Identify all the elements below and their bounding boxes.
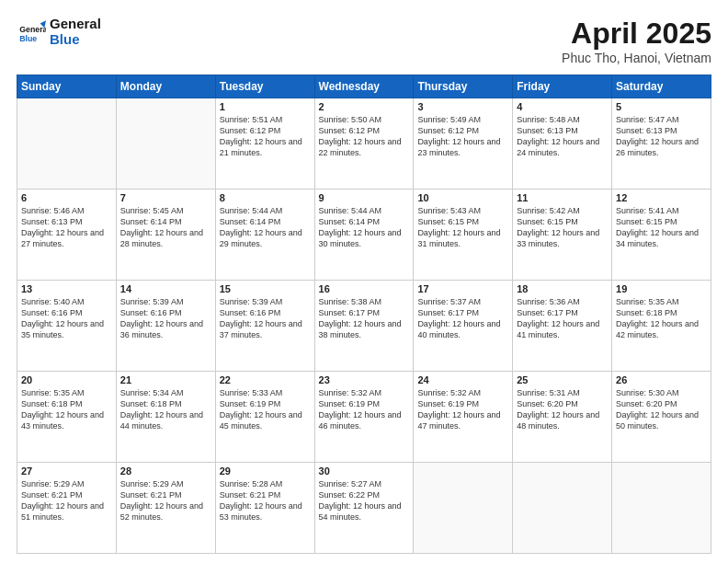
day-info: Sunrise: 5:45 AM Sunset: 6:14 PM Dayligh… xyxy=(120,205,211,250)
day-info: Sunrise: 5:31 AM Sunset: 6:20 PM Dayligh… xyxy=(517,387,608,432)
day-number: 8 xyxy=(220,192,311,203)
calendar-week-row: 1Sunrise: 5:51 AM Sunset: 6:12 PM Daylig… xyxy=(17,98,711,190)
day-info: Sunrise: 5:34 AM Sunset: 6:18 PM Dayligh… xyxy=(120,387,211,432)
day-number: 13 xyxy=(21,283,112,294)
weekday-header-monday: Monday xyxy=(116,75,215,98)
day-info: Sunrise: 5:35 AM Sunset: 6:18 PM Dayligh… xyxy=(21,387,112,432)
day-number: 2 xyxy=(319,101,410,112)
calendar-week-row: 6Sunrise: 5:46 AM Sunset: 6:13 PM Daylig… xyxy=(17,190,711,281)
day-info: Sunrise: 5:30 AM Sunset: 6:20 PM Dayligh… xyxy=(616,387,707,432)
day-number: 10 xyxy=(417,192,508,203)
day-number: 23 xyxy=(319,374,410,385)
day-number: 16 xyxy=(319,283,410,294)
weekday-header-tuesday: Tuesday xyxy=(215,75,314,98)
weekday-header-row: SundayMondayTuesdayWednesdayThursdayFrid… xyxy=(17,75,711,98)
day-number: 30 xyxy=(319,465,410,477)
day-info: Sunrise: 5:41 AM Sunset: 6:15 PM Dayligh… xyxy=(616,205,707,250)
calendar-cell: 6Sunrise: 5:46 AM Sunset: 6:13 PM Daylig… xyxy=(17,190,117,281)
calendar-cell: 24Sunrise: 5:32 AM Sunset: 6:19 PM Dayli… xyxy=(414,372,513,463)
logo: General Blue General Blue xyxy=(17,17,101,47)
calendar-cell: 27Sunrise: 5:29 AM Sunset: 6:21 PM Dayli… xyxy=(17,463,117,554)
day-info: Sunrise: 5:38 AM Sunset: 6:17 PM Dayligh… xyxy=(319,296,410,341)
day-info: Sunrise: 5:27 AM Sunset: 6:22 PM Dayligh… xyxy=(319,478,410,523)
day-number: 7 xyxy=(120,192,211,203)
day-info: Sunrise: 5:46 AM Sunset: 6:13 PM Dayligh… xyxy=(21,205,112,250)
calendar-cell: 15Sunrise: 5:39 AM Sunset: 6:16 PM Dayli… xyxy=(215,281,314,372)
calendar-cell: 26Sunrise: 5:30 AM Sunset: 6:20 PM Dayli… xyxy=(612,372,711,463)
day-info: Sunrise: 5:43 AM Sunset: 6:15 PM Dayligh… xyxy=(417,205,508,250)
day-info: Sunrise: 5:29 AM Sunset: 6:21 PM Dayligh… xyxy=(21,478,112,523)
calendar-week-row: 20Sunrise: 5:35 AM Sunset: 6:18 PM Dayli… xyxy=(17,372,711,463)
day-info: Sunrise: 5:44 AM Sunset: 6:14 PM Dayligh… xyxy=(319,205,410,250)
day-number: 26 xyxy=(616,374,707,385)
day-info: Sunrise: 5:42 AM Sunset: 6:15 PM Dayligh… xyxy=(517,205,608,250)
calendar-cell: 1Sunrise: 5:51 AM Sunset: 6:12 PM Daylig… xyxy=(215,98,314,190)
logo-icon: General Blue xyxy=(17,17,46,47)
day-info: Sunrise: 5:29 AM Sunset: 6:21 PM Dayligh… xyxy=(120,478,211,523)
header: General Blue General Blue April 2025 Phu… xyxy=(17,17,711,65)
calendar-cell xyxy=(414,463,513,554)
calendar-cell: 9Sunrise: 5:44 AM Sunset: 6:14 PM Daylig… xyxy=(314,190,414,281)
day-info: Sunrise: 5:40 AM Sunset: 6:16 PM Dayligh… xyxy=(21,296,112,341)
page: General Blue General Blue April 2025 Phu… xyxy=(0,0,728,563)
day-number: 1 xyxy=(220,101,311,112)
day-info: Sunrise: 5:48 AM Sunset: 6:13 PM Dayligh… xyxy=(517,114,608,159)
day-info: Sunrise: 5:35 AM Sunset: 6:18 PM Dayligh… xyxy=(616,296,707,341)
calendar-cell: 21Sunrise: 5:34 AM Sunset: 6:18 PM Dayli… xyxy=(116,372,215,463)
weekday-header-saturday: Saturday xyxy=(612,75,711,98)
month-title: April 2025 xyxy=(562,17,711,51)
calendar-cell: 30Sunrise: 5:27 AM Sunset: 6:22 PM Dayli… xyxy=(314,463,414,554)
day-info: Sunrise: 5:51 AM Sunset: 6:12 PM Dayligh… xyxy=(220,114,311,159)
calendar-cell xyxy=(513,463,612,554)
day-info: Sunrise: 5:47 AM Sunset: 6:13 PM Dayligh… xyxy=(616,114,707,159)
calendar-cell: 22Sunrise: 5:33 AM Sunset: 6:19 PM Dayli… xyxy=(215,372,314,463)
day-number: 22 xyxy=(220,374,311,385)
calendar-cell xyxy=(116,98,215,190)
calendar-cell: 25Sunrise: 5:31 AM Sunset: 6:20 PM Dayli… xyxy=(513,372,612,463)
calendar-cell: 11Sunrise: 5:42 AM Sunset: 6:15 PM Dayli… xyxy=(513,190,612,281)
day-number: 12 xyxy=(616,192,707,203)
day-info: Sunrise: 5:36 AM Sunset: 6:17 PM Dayligh… xyxy=(517,296,608,341)
day-number: 17 xyxy=(417,283,508,294)
day-info: Sunrise: 5:39 AM Sunset: 6:16 PM Dayligh… xyxy=(120,296,211,341)
day-number: 11 xyxy=(517,192,608,203)
svg-text:Blue: Blue xyxy=(19,33,37,42)
calendar-week-row: 13Sunrise: 5:40 AM Sunset: 6:16 PM Dayli… xyxy=(17,281,711,372)
day-number: 6 xyxy=(21,192,112,203)
day-info: Sunrise: 5:33 AM Sunset: 6:19 PM Dayligh… xyxy=(220,387,311,432)
day-info: Sunrise: 5:49 AM Sunset: 6:12 PM Dayligh… xyxy=(417,114,508,159)
calendar-cell: 2Sunrise: 5:50 AM Sunset: 6:12 PM Daylig… xyxy=(314,98,414,190)
calendar-cell: 10Sunrise: 5:43 AM Sunset: 6:15 PM Dayli… xyxy=(414,190,513,281)
calendar-cell: 16Sunrise: 5:38 AM Sunset: 6:17 PM Dayli… xyxy=(314,281,414,372)
calendar-cell: 7Sunrise: 5:45 AM Sunset: 6:14 PM Daylig… xyxy=(116,190,215,281)
weekday-header-friday: Friday xyxy=(513,75,612,98)
day-number: 5 xyxy=(616,101,707,112)
calendar-week-row: 27Sunrise: 5:29 AM Sunset: 6:21 PM Dayli… xyxy=(17,463,711,554)
title-block: April 2025 Phuc Tho, Hanoi, Vietnam xyxy=(562,17,711,65)
calendar-cell: 19Sunrise: 5:35 AM Sunset: 6:18 PM Dayli… xyxy=(612,281,711,372)
calendar-cell: 17Sunrise: 5:37 AM Sunset: 6:17 PM Dayli… xyxy=(414,281,513,372)
calendar-cell: 8Sunrise: 5:44 AM Sunset: 6:14 PM Daylig… xyxy=(215,190,314,281)
day-number: 14 xyxy=(120,283,211,294)
day-info: Sunrise: 5:32 AM Sunset: 6:19 PM Dayligh… xyxy=(417,387,508,432)
calendar-cell: 18Sunrise: 5:36 AM Sunset: 6:17 PM Dayli… xyxy=(513,281,612,372)
day-info: Sunrise: 5:28 AM Sunset: 6:21 PM Dayligh… xyxy=(220,478,311,523)
weekday-header-sunday: Sunday xyxy=(17,75,117,98)
calendar-cell: 29Sunrise: 5:28 AM Sunset: 6:21 PM Dayli… xyxy=(215,463,314,554)
calendar-cell xyxy=(612,463,711,554)
day-number: 29 xyxy=(220,465,311,477)
calendar-cell: 4Sunrise: 5:48 AM Sunset: 6:13 PM Daylig… xyxy=(513,98,612,190)
location-subtitle: Phuc Tho, Hanoi, Vietnam xyxy=(562,51,711,65)
svg-text:General: General xyxy=(19,25,46,34)
logo-text-blue: Blue xyxy=(50,32,101,48)
day-number: 3 xyxy=(417,101,508,112)
weekday-header-wednesday: Wednesday xyxy=(314,75,414,98)
calendar-cell: 14Sunrise: 5:39 AM Sunset: 6:16 PM Dayli… xyxy=(116,281,215,372)
calendar-cell: 3Sunrise: 5:49 AM Sunset: 6:12 PM Daylig… xyxy=(414,98,513,190)
day-info: Sunrise: 5:37 AM Sunset: 6:17 PM Dayligh… xyxy=(417,296,508,341)
day-info: Sunrise: 5:32 AM Sunset: 6:19 PM Dayligh… xyxy=(319,387,410,432)
day-number: 15 xyxy=(220,283,311,294)
day-number: 19 xyxy=(616,283,707,294)
calendar-cell: 12Sunrise: 5:41 AM Sunset: 6:15 PM Dayli… xyxy=(612,190,711,281)
day-number: 27 xyxy=(21,465,112,477)
